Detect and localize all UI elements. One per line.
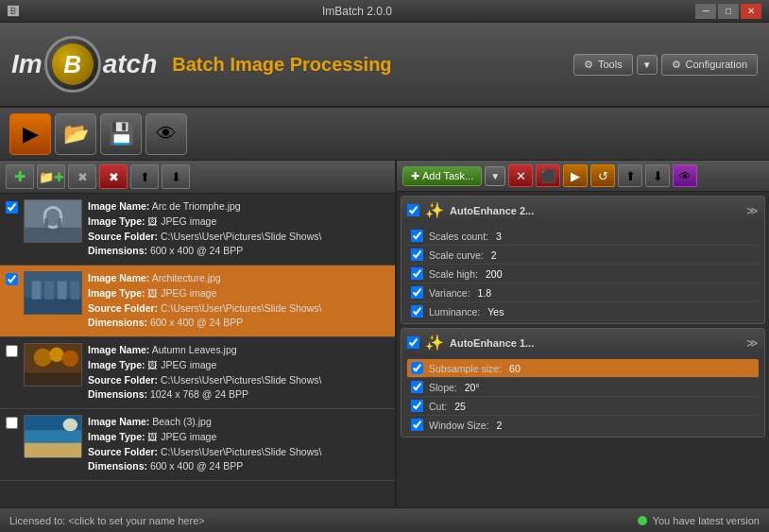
svg-rect-3 [44, 218, 48, 228]
image-checkbox[interactable] [6, 345, 18, 357]
svg-rect-17 [25, 441, 81, 457]
stop-task-button[interactable]: ⬛ [536, 164, 560, 187]
task-icon: ✨ [425, 334, 444, 352]
prop-checkbox[interactable] [411, 381, 423, 393]
maximize-button[interactable]: □ [718, 4, 739, 19]
image-list[interactable]: Image Name: Arc de Triomphe.jpgImage Typ… [0, 194, 395, 507]
prop-value: 200 [486, 268, 503, 280]
remove-icon: ✖ [77, 170, 88, 184]
prop-label: Cut: [429, 401, 447, 412]
configuration-button[interactable]: ⚙ Configuration [661, 54, 758, 76]
remove-task-button[interactable]: ✕ [508, 164, 533, 187]
header: Im B atch Batch Image Processing ⚙ Tools… [0, 23, 769, 108]
run-task-button[interactable]: ▶ [563, 164, 588, 187]
prop-label: Scales count: [429, 231, 488, 242]
prop-checkbox[interactable] [411, 305, 423, 317]
prop-checkbox[interactable] [411, 400, 423, 412]
task-checkbox[interactable] [407, 336, 419, 349]
titlebar-controls: ─ □ ✕ [695, 4, 761, 19]
task-property: Variance:1.8 [407, 283, 759, 302]
prop-label: Scale curve: [429, 249, 484, 261]
license-text[interactable]: Licensed to: <click to set your name her… [9, 515, 205, 526]
image-toolbar: ✚ 📁✚ ✖ ✖ ⬆ ⬇ [0, 161, 395, 194]
task-eye-icon: 👁 [679, 169, 692, 183]
prop-label: Subsample size: [429, 363, 502, 374]
task-property: Window Size:2 [407, 416, 759, 434]
image-info: Image Name: Autumn Leaves.jpgImage Type:… [88, 343, 389, 403]
svg-point-19 [63, 419, 77, 432]
task-checkbox[interactable] [407, 204, 419, 216]
logo-im: Im [11, 49, 43, 79]
add-folder-button[interactable]: 📁✚ [37, 164, 65, 189]
task-down-button[interactable]: ⬇ [645, 164, 670, 187]
task-icon: ✨ [425, 201, 444, 219]
add-task-icon: ✚ [411, 170, 419, 182]
task-property: Scale curve:2 [407, 246, 759, 265]
task-up-button[interactable]: ⬆ [618, 164, 642, 187]
prop-checkbox[interactable] [411, 419, 423, 431]
preview-button[interactable]: 👁 [145, 113, 187, 155]
image-item[interactable]: Image Name: Arc de Triomphe.jpgImage Typ… [0, 194, 395, 266]
close-button[interactable]: ✕ [741, 4, 761, 19]
move-down-button[interactable]: ⬇ [162, 164, 190, 189]
titlebar: 🅱 ImBatch 2.0.0 ─ □ ✕ [0, 0, 769, 23]
svg-rect-10 [70, 281, 79, 299]
prop-value: 20° [465, 382, 480, 393]
image-thumbnail [24, 343, 82, 386]
prop-checkbox[interactable] [411, 230, 423, 242]
task-collapse-icon[interactable]: ≫ [746, 204, 759, 217]
prop-checkbox[interactable] [411, 249, 423, 261]
task-property: Cut:25 [407, 397, 759, 416]
add-task-dropdown[interactable]: ▼ [485, 166, 505, 186]
prop-value: 25 [454, 401, 466, 412]
prop-checkbox[interactable] [411, 286, 423, 299]
open-folder-button[interactable]: 📂 [55, 113, 96, 155]
rerun-task-button[interactable]: ↺ [590, 164, 615, 187]
tools-button[interactable]: ⚙ Tools [573, 54, 633, 76]
prop-value: 1.8 [478, 287, 492, 299]
task-preview-button[interactable]: 👁 [673, 164, 697, 187]
prop-checkbox[interactable] [411, 362, 423, 374]
status-right: You have latest version [638, 515, 760, 526]
logo-atch: atch [103, 49, 158, 79]
minimize-button[interactable]: ─ [695, 4, 716, 19]
task-header[interactable]: ✨AutoEnhance 2...≫ [402, 197, 764, 224]
save-button[interactable]: 💾 [100, 113, 142, 155]
image-item[interactable]: Image Name: Beach (3).jpgImage Type: 🖼 J… [0, 409, 395, 481]
svg-point-12 [34, 349, 52, 367]
remove-all-button[interactable]: ✖ [99, 164, 128, 189]
task-list: ✨AutoEnhance 2...≫Scales count:3Scale cu… [397, 192, 769, 507]
image-checkbox[interactable] [6, 273, 18, 285]
add-image-button[interactable]: ✚ [6, 164, 34, 189]
remove-image-button[interactable]: ✖ [68, 164, 96, 189]
play-icon: ▶ [23, 122, 39, 146]
image-checkbox[interactable] [6, 201, 18, 214]
prop-checkbox[interactable] [411, 267, 423, 280]
image-checkbox[interactable] [6, 417, 18, 429]
eye-icon: 👁 [156, 122, 177, 146]
titlebar-icon: 🅱 [8, 5, 19, 18]
task-property: Slope:20° [407, 378, 759, 397]
up-arrow-icon: ⬆ [140, 170, 150, 184]
image-item[interactable]: Image Name: Architecture.jpgImage Type: … [0, 266, 395, 337]
tools-dropdown-button[interactable]: ▼ [637, 55, 658, 75]
image-thumbnail [24, 415, 82, 458]
svg-rect-18 [25, 430, 81, 443]
task-header[interactable]: ✨AutoEnhance 1...≫ [402, 329, 764, 356]
image-item[interactable]: Image Name: Autumn Leaves.jpgImage Type:… [0, 337, 395, 409]
task-up-icon: ⬆ [625, 169, 636, 183]
folder-icon: 📂 [63, 122, 89, 146]
main-content: ✚ 📁✚ ✖ ✖ ⬆ ⬇ Image Name: Arc de T [0, 161, 769, 507]
add-task-button[interactable]: ✚ Add Task... [402, 166, 482, 186]
play-button[interactable]: ▶ [9, 113, 51, 155]
image-info: Image Name: Arc de Triomphe.jpgImage Typ… [88, 199, 389, 259]
run-icon: ▶ [571, 169, 580, 183]
task-properties: Subsample size:60Slope:20°Cut:25Window S… [402, 356, 764, 437]
svg-rect-7 [32, 281, 42, 299]
task-collapse-icon[interactable]: ≫ [746, 336, 759, 350]
logo-text: Im B atch [11, 36, 157, 93]
save-icon: 💾 [109, 122, 134, 146]
move-up-button[interactable]: ⬆ [130, 164, 159, 189]
task-property: Scale high:200 [407, 265, 759, 283]
version-text: You have latest version [653, 515, 760, 526]
